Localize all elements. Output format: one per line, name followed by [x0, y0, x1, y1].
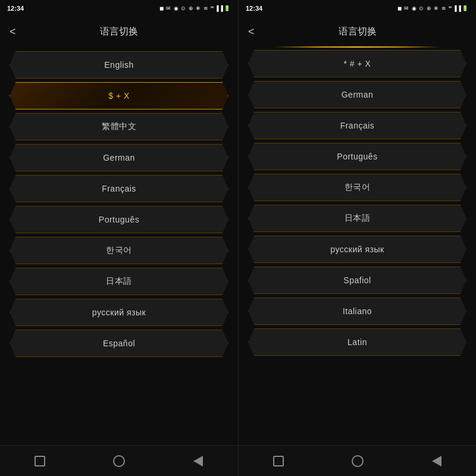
nav-home-button[interactable] — [349, 453, 366, 469]
language-item-label: Latin — [347, 337, 367, 347]
nav-triangle-icon — [432, 456, 441, 466]
language-item-inner: German — [249, 82, 466, 108]
language-item[interactable]: English — [10, 51, 228, 79]
language-item-label: Français — [102, 184, 136, 193]
language-item-inner: Italiano — [249, 298, 466, 324]
language-item-label: German — [342, 90, 374, 99]
language-item[interactable]: Português — [248, 143, 466, 170]
phone-panel-left: 12:34 ◼ ✉ ◉ ⊙ ⊕ ❄ ≋ ᵐ▐▐🔋 < 语言切换 English$… — [0, 0, 238, 476]
status-icons: ◼ ✉ ◉ ⊙ ⊕ ❄ ≋ ᵐ▐▐🔋 — [397, 5, 469, 11]
language-item-label: 日本語 — [106, 276, 132, 287]
language-list: English$ + X繁體中文GermanFrançaisPortuguês한… — [0, 46, 238, 445]
language-item[interactable]: 한국어 — [10, 237, 228, 264]
language-item-inner: * # + X — [249, 51, 466, 77]
language-item-inner: 日本語 — [10, 268, 228, 295]
language-item-label: English — [104, 60, 133, 70]
header: < 语言切换 — [0, 17, 238, 46]
status-bar: 12:34 ◼ ✉ ◉ ⊙ ⊕ ❄ ≋ ᵐ▐▐🔋 — [0, 0, 238, 17]
language-item[interactable]: $ + X — [10, 82, 228, 109]
status-time: 12:34 — [246, 5, 262, 12]
language-item-inner: 한국어 — [249, 174, 466, 201]
language-item[interactable]: Spafiol — [248, 267, 466, 294]
language-item-inner: German — [10, 145, 228, 171]
language-item[interactable]: 한국어 — [248, 174, 466, 201]
language-item[interactable]: Português — [10, 206, 228, 233]
language-item-label: Español — [103, 339, 135, 348]
language-item-label: Italiano — [343, 306, 372, 316]
language-item-inner: Français — [249, 112, 466, 139]
language-item-label: 한국어 — [106, 245, 132, 256]
nav-square-icon — [35, 456, 45, 466]
language-item-label: 日本語 — [345, 213, 371, 224]
language-item[interactable]: 日本語 — [10, 268, 228, 295]
language-item[interactable]: German — [248, 81, 466, 108]
language-item-label: русский язык — [330, 245, 384, 254]
language-item-label: Français — [340, 121, 375, 130]
nav-back-button[interactable] — [428, 453, 445, 469]
status-time: 12:34 — [7, 5, 24, 12]
language-item-label: русский язык — [92, 308, 146, 317]
language-item-label: Spafiol — [343, 275, 371, 285]
nav-circle-icon — [352, 455, 364, 467]
language-item-inner: Français — [10, 176, 228, 202]
language-item-label: Português — [337, 152, 377, 161]
phone-panel-right: 12:34 ◼ ✉ ◉ ⊙ ⊕ ❄ ≋ ᵐ▐▐🔋 < 语言切换 * # + XG… — [238, 0, 476, 476]
language-item[interactable]: Français — [248, 112, 466, 139]
language-item-inner: 繁體中文 — [10, 114, 228, 140]
language-item-inner: Spafiol — [249, 267, 466, 293]
nav-recents-button[interactable] — [270, 453, 287, 469]
language-list: * # + XGermanFrançaisPortuguês한국어日本語русс… — [239, 48, 476, 445]
language-item-label: German — [103, 153, 135, 162]
language-item[interactable]: русский язык — [10, 299, 228, 326]
page-title: 语言切换 — [339, 26, 377, 38]
page-title: 语言切换 — [100, 26, 138, 38]
language-item[interactable]: 日本語 — [248, 205, 466, 232]
language-item[interactable]: Latin — [248, 328, 466, 356]
bottom-nav — [0, 445, 238, 476]
language-item-inner: $ + X — [10, 83, 228, 109]
language-item[interactable]: 繁體中文 — [10, 113, 228, 140]
language-item-inner: русский язык — [10, 299, 228, 325]
language-item-inner: 한국어 — [10, 237, 228, 264]
nav-triangle-icon — [193, 456, 203, 466]
header: < 语言切换 — [239, 17, 476, 46]
status-bar: 12:34 ◼ ✉ ◉ ⊙ ⊕ ❄ ≋ ᵐ▐▐🔋 — [239, 0, 476, 17]
language-item[interactable]: Italiano — [248, 298, 466, 325]
language-item[interactable]: German — [10, 144, 228, 171]
nav-circle-icon — [113, 455, 125, 467]
nav-square-icon — [273, 456, 284, 466]
back-button[interactable]: < — [10, 26, 16, 38]
language-item-inner: English — [10, 52, 228, 78]
language-item-label: * # + X — [344, 59, 371, 68]
language-item[interactable]: русский язык — [248, 236, 466, 263]
language-item[interactable]: Français — [10, 175, 228, 202]
nav-recents-button[interactable] — [32, 453, 48, 469]
status-icons: ◼ ✉ ◉ ⊙ ⊕ ❄ ≋ ᵐ▐▐🔋 — [159, 5, 231, 11]
language-item-inner: Español — [10, 330, 228, 356]
language-item-inner: Português — [10, 206, 228, 233]
back-button[interactable]: < — [248, 26, 255, 38]
nav-back-button[interactable] — [190, 453, 206, 469]
language-item-inner: Português — [249, 143, 466, 170]
bottom-nav — [239, 445, 476, 476]
language-item-label: 繁體中文 — [102, 121, 136, 132]
language-item-label: $ + X — [108, 91, 130, 101]
nav-home-button[interactable] — [111, 453, 127, 469]
language-item-label: 한국어 — [345, 182, 371, 193]
language-item[interactable]: Español — [10, 330, 228, 357]
language-item-inner: 日本語 — [249, 205, 466, 231]
language-item-inner: Latin — [249, 329, 466, 355]
language-item-label: Português — [99, 215, 139, 224]
language-item-inner: русский язык — [249, 236, 466, 262]
language-item[interactable]: * # + X — [248, 50, 466, 77]
